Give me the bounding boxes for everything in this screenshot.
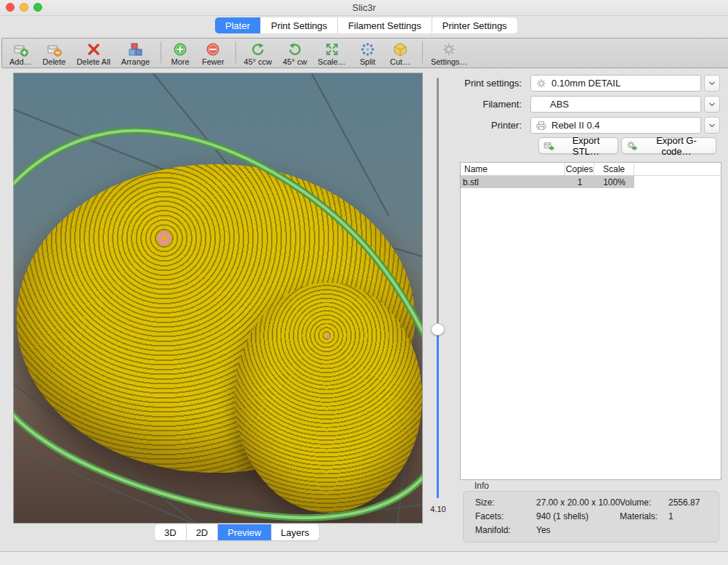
main-tab-bar: Plater Print Settings Filament Settings … — [215, 17, 517, 33]
export-gcode-label: Export G-code… — [642, 135, 711, 157]
tab-preview[interactable]: Preview — [217, 524, 270, 540]
view-tab-bar: 3D 2D Preview Layers — [155, 524, 319, 540]
slic3r-window: Slic3r Plater Print Settings Filament Se… — [0, 0, 728, 565]
fewer-copies-icon — [205, 41, 221, 57]
tab-2d[interactable]: 2D — [186, 524, 218, 540]
delete-all-icon — [86, 41, 102, 57]
export-stl-icon — [543, 140, 555, 152]
row-scale-cell: 100% — [594, 177, 634, 187]
info-volume-label: Volume: — [620, 497, 651, 508]
toolbar-split-button[interactable]: Split — [357, 41, 379, 66]
toolbar-fewer-button[interactable]: Fewer — [202, 41, 225, 66]
layer-slider-track-filled[interactable] — [437, 330, 439, 498]
toolbar-add-button[interactable]: Add… — [9, 41, 32, 66]
toolbar-more-label: More — [171, 57, 189, 66]
toolbar-delete-all-button[interactable]: Delete All — [76, 41, 110, 66]
window-title: Slic3r — [0, 2, 728, 13]
export-gcode-button[interactable]: Export G-code… — [621, 137, 716, 154]
object-list-header: Name Copies Scale — [461, 163, 721, 176]
toolbar-delete-label: Delete — [43, 57, 66, 66]
print-settings-dropdown-button[interactable] — [704, 75, 720, 92]
layer-slider-value: 4.10 — [425, 505, 451, 513]
column-header-name[interactable]: Name — [461, 163, 565, 175]
tab-3d[interactable]: 3D — [155, 524, 186, 540]
print-settings-label: Print settings: — [407, 78, 522, 89]
info-materials-label: Materials: — [620, 511, 658, 521]
tab-print-settings[interactable]: Print Settings — [260, 17, 337, 33]
tab-printer-settings[interactable]: Printer Settings — [432, 17, 517, 33]
toolbar-more-button[interactable]: More — [169, 41, 191, 66]
layer-slider-track[interactable] — [437, 78, 439, 330]
info-size-label: Size: — [475, 497, 495, 508]
toolbar-settings-button[interactable]: Settings… — [431, 41, 468, 66]
add-object-icon — [12, 41, 28, 57]
filament-select[interactable]: ABS — [530, 96, 701, 113]
tab-layers[interactable]: Layers — [271, 524, 319, 540]
info-manifold-value: Yes — [536, 525, 551, 535]
filament-dropdown-button[interactable] — [704, 96, 720, 113]
info-manifold-label: Manifold: — [475, 525, 511, 535]
info-materials-value: 1 — [668, 511, 674, 521]
toolbar-rotate-ccw-button[interactable]: 45° ccw — [244, 41, 272, 66]
toolbar-delete-button[interactable]: Delete — [43, 41, 66, 66]
toolbar-rotate-ccw-label: 45° ccw — [244, 57, 272, 66]
toolbar-separator — [235, 41, 236, 63]
layer-slider-thumb[interactable] — [431, 323, 445, 336]
toolbar-settings-label: Settings… — [431, 57, 468, 66]
toolbar-separator — [161, 41, 161, 63]
info-panel: Size: 27.00 x 20.00 x 10.00 Volume: 2556… — [463, 491, 719, 542]
chevron-down-icon — [707, 121, 717, 131]
arrange-icon — [127, 41, 143, 57]
settings-gear-icon — [441, 41, 457, 57]
export-stl-label: Export STL… — [559, 135, 613, 157]
printer-dropdown-button[interactable] — [704, 117, 720, 134]
toolbar-delete-all-label: Delete All — [76, 57, 110, 66]
object-list: Name Copies Scale b.stl 1 100% — [460, 162, 721, 480]
status-bar — [0, 551, 728, 565]
skirt-loop — [14, 73, 422, 523]
delete-object-icon — [46, 41, 62, 57]
tab-filament-settings[interactable]: Filament Settings — [337, 17, 431, 33]
toolbar-rotate-cw-label: 45° cw — [283, 57, 307, 66]
toolbar-scale-label: Scale… — [318, 57, 346, 66]
export-stl-button[interactable]: Export STL… — [538, 137, 618, 154]
row-name-cell: b.stl — [461, 177, 565, 187]
toolbar-cut-label: Cut… — [390, 57, 410, 66]
rotate-ccw-icon — [250, 41, 266, 57]
titlebar: Slic3r — [0, 0, 728, 16]
print-settings-value: 0.10mm DETAIL — [551, 78, 620, 89]
column-header-filler — [634, 163, 721, 175]
toolbar-separator — [422, 41, 423, 63]
toolbar-cut-button[interactable]: Cut… — [389, 41, 411, 66]
rotate-cw-icon — [287, 41, 303, 57]
scale-icon — [324, 41, 340, 57]
tab-plater[interactable]: Plater — [215, 17, 260, 33]
split-icon — [360, 41, 376, 57]
toolbar-rotate-cw-button[interactable]: 45° cw — [283, 41, 307, 66]
info-facets-value: 940 (1 shells) — [536, 511, 589, 521]
info-section-title: Info — [474, 481, 489, 491]
column-header-copies[interactable]: Copies — [565, 163, 594, 175]
toolbar: Add… Delete Delete All Arrange More — [1, 38, 728, 68]
printer-value: Rebel II 0.4 — [551, 120, 600, 131]
table-row[interactable]: b.stl 1 100% — [461, 176, 721, 188]
print-settings-select[interactable]: 0.10mm DETAIL — [530, 75, 701, 92]
toolbar-arrange-label: Arrange — [121, 57, 150, 66]
row-copies-cell: 1 — [565, 177, 594, 187]
gear-icon — [535, 78, 547, 89]
more-copies-icon — [172, 41, 188, 57]
info-size-value: 27.00 x 20.00 x 10.00 — [536, 497, 620, 508]
toolbar-scale-button[interactable]: Scale… — [318, 41, 346, 66]
toolbar-arrange-button[interactable]: Arrange — [121, 41, 150, 66]
chevron-down-icon — [707, 78, 717, 89]
export-gcode-icon — [626, 140, 638, 152]
cut-icon — [392, 41, 408, 57]
chevron-down-icon — [707, 99, 717, 110]
printer-select[interactable]: Rebel II 0.4 — [530, 117, 701, 134]
preview-3d-viewport[interactable] — [13, 73, 423, 524]
printer-label: Printer: — [407, 120, 522, 131]
toolbar-split-label: Split — [360, 57, 375, 66]
column-header-scale[interactable]: Scale — [594, 163, 634, 175]
filament-label: Filament: — [407, 99, 522, 110]
info-volume-value: 2556.87 — [668, 497, 700, 508]
